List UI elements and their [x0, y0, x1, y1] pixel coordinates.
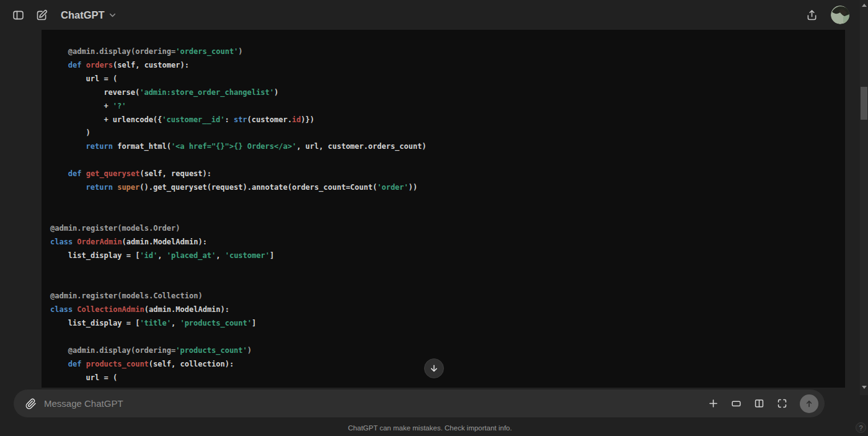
code-token: (admin.ModelAdmin):: [144, 305, 229, 314]
code-token: @admin.display(ordering=: [68, 47, 175, 56]
share-icon: [805, 9, 818, 22]
new-chat-button[interactable]: [31, 4, 52, 25]
code-token: ,: [157, 251, 166, 260]
code-token: str: [234, 115, 247, 124]
code-line: ): [50, 127, 833, 140]
code-token: id: [292, 115, 301, 124]
code-token: , url, customer.orders_count): [296, 142, 427, 151]
app-title: ChatGPT: [61, 9, 105, 21]
code-token: def: [68, 360, 86, 368]
sidebar-toggle-icon: [12, 9, 25, 22]
attach-button[interactable]: [22, 395, 40, 412]
code-token: url = (: [86, 373, 118, 382]
fullscreen-icon: [776, 398, 788, 409]
code-token: )): [409, 183, 417, 192]
plus-icon: [707, 398, 719, 409]
code-token: (self, collection):: [149, 360, 234, 368]
code-token: class: [50, 238, 77, 246]
scroll-down-icon: [428, 363, 440, 374]
code-token: class: [50, 305, 77, 314]
fullscreen-button[interactable]: [774, 396, 789, 411]
chevron-down-icon: [108, 11, 117, 20]
code-token: 'customer': [225, 251, 270, 260]
code-token: 'products_count': [180, 319, 252, 327]
code-line: url = (: [50, 73, 833, 86]
code-token: @admin.display(ordering=: [68, 346, 175, 355]
help-button[interactable]: ?: [856, 422, 866, 433]
code-token: ]: [270, 251, 274, 260]
code-token: (self, customer):: [113, 61, 189, 69]
code-token: return: [86, 142, 118, 151]
code-token: url = (: [86, 74, 118, 83]
top-bar: ChatGPT: [0, 0, 860, 30]
code-line: @admin.display(ordering='orders_count'): [50, 45, 833, 59]
code-line: def get_queryset(self, request):: [50, 167, 833, 181]
send-icon: [804, 398, 815, 409]
canvas-icon: [730, 398, 742, 409]
scrollbar[interactable]: [860, 0, 868, 395]
code-token: get_queryset: [86, 169, 140, 178]
split-view-icon: [753, 398, 765, 409]
code-line: @admin.register(models.Collection): [50, 290, 833, 303]
code-token: list_display = [: [68, 319, 140, 327]
send-button[interactable]: [800, 394, 818, 413]
code-token: ().get_queryset(request).annotate(orders…: [140, 183, 377, 192]
code-line: + '?': [50, 100, 833, 113]
code-token: ): [247, 346, 252, 355]
code-token: +: [104, 102, 112, 110]
plus-button[interactable]: [706, 396, 720, 411]
code-token: (customer.: [247, 115, 292, 124]
code-token: def: [68, 169, 86, 178]
paperclip-icon: [25, 398, 37, 410]
code-token: 'order': [377, 183, 409, 192]
code-line: return super().get_queryset(request).ann…: [50, 181, 833, 195]
code-line: [50, 208, 833, 222]
code-token: ): [86, 128, 91, 137]
share-button[interactable]: [801, 4, 822, 25]
canvas-button[interactable]: [728, 396, 743, 411]
composer: [14, 389, 825, 417]
code-token: (admin.ModelAdmin):: [122, 238, 207, 246]
code-line: class OrderAdmin(admin.ModelAdmin):: [50, 236, 833, 249]
code-line: reverse('admin:store_order_changelist'): [50, 86, 833, 100]
scrollbar-up-arrow[interactable]: [860, 1, 868, 9]
scroll-to-bottom-button[interactable]: [424, 358, 444, 378]
code-line: list_display = ['id', 'placed_at', 'cust…: [50, 249, 833, 263]
code-token: reverse(: [104, 88, 140, 97]
scrollbar-down-arrow[interactable]: [860, 383, 868, 391]
code-token: ): [274, 88, 278, 97]
code-token: OrderAdmin: [77, 238, 122, 246]
code-line: @admin.register(models.Order): [50, 222, 833, 236]
code-token: return: [86, 183, 118, 192]
code-line: list_display = ['title', 'products_count…: [50, 317, 833, 331]
code-token: )}): [301, 115, 314, 124]
chatgpt-app: ChatGPT @admin.display(ordering='orders_…: [0, 0, 868, 436]
code-token: @admin.register(models.Collection): [50, 291, 203, 300]
scrollbar-thumb[interactable]: [861, 87, 867, 120]
code-token: 'admin:store_order_changelist': [140, 88, 274, 97]
code-token: ): [238, 47, 242, 56]
code-token: super: [117, 183, 140, 192]
code-token: @admin.register(models.Order): [50, 224, 180, 233]
user-avatar[interactable]: [831, 6, 849, 24]
message-input[interactable]: [44, 398, 699, 409]
code-line: [50, 154, 833, 167]
scrollbar-down-icon: [862, 386, 867, 389]
disclaimer-text: ChatGPT can make mistakes. Check importa…: [348, 424, 512, 432]
model-switcher[interactable]: ChatGPT: [61, 9, 117, 21]
code-token: 'id': [140, 251, 157, 260]
footer: ChatGPT can make mistakes. Check importa…: [0, 419, 860, 436]
sidebar-toggle-button[interactable]: [7, 4, 29, 25]
code-token: orders: [86, 61, 113, 69]
code-token: 'customer__id': [162, 115, 224, 124]
code-token: ,: [171, 319, 180, 327]
code-line: + urlencode({'customer__id': str(custome…: [50, 113, 833, 127]
code-block: @admin.display(ordering='orders_count')d…: [42, 30, 845, 388]
scrollbar-up-icon: [862, 4, 867, 7]
code-token: format_html(: [117, 142, 171, 151]
code-token: 'orders_count': [175, 47, 238, 56]
code-token: 'title': [140, 319, 171, 327]
code-line: return format_html('<a href="{}">{} Orde…: [50, 140, 833, 154]
code-line: [50, 195, 833, 208]
split-view-button[interactable]: [751, 396, 766, 411]
